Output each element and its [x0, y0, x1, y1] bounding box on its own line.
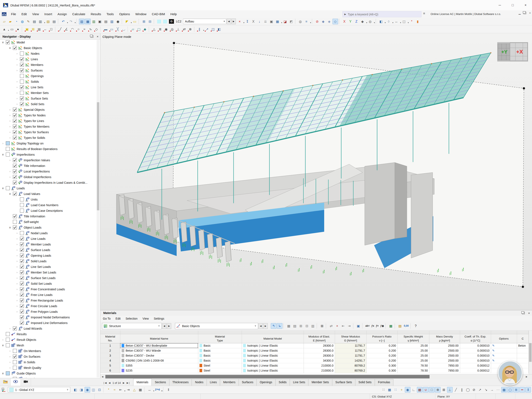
material-name-cell[interactable]: S355: [120, 363, 198, 368]
material-type-cell[interactable]: Steel: [198, 368, 242, 373]
select-window-icon[interactable]: ▭: [9, 26, 15, 32]
tree-expander-icon[interactable]: ›: [15, 271, 19, 274]
structural-model-3d-view[interactable]: [100, 33, 532, 310]
tree-item[interactable]: ∨Guide Objects: [0, 371, 95, 376]
tree-item-label[interactable]: Self-weight: [24, 220, 39, 224]
tree-item[interactable]: Load Case Descriptions: [0, 208, 95, 213]
tree-item[interactable]: ›Surfaces: [0, 68, 95, 73]
new-spline-icon[interactable]: ≈: [82, 26, 87, 32]
menu-help[interactable]: Help: [168, 10, 180, 18]
navigator-float-icon[interactable]: [91, 35, 93, 38]
table-tab-formulas[interactable]: Formulas: [375, 379, 393, 386]
new-member-hinge-icon[interactable]: ◉: [163, 26, 169, 32]
tree-expander-icon[interactable]: ∨: [8, 192, 12, 195]
material-type-cell[interactable]: Steel: [198, 363, 242, 368]
new-model-object-icon[interactable]: ⊞: [30, 26, 36, 32]
tree-item[interactable]: Imposed Nodal Deformations: [0, 314, 95, 320]
render-transparent-icon[interactable]: ◇: [332, 19, 338, 24]
tree-expander-icon[interactable]: ›: [8, 131, 12, 134]
tree-item-label[interactable]: Title Information: [24, 215, 45, 218]
jump-next-table-icon[interactable]: ↳: [277, 323, 282, 329]
magnet-snap-icon[interactable]: ∪: [423, 387, 429, 393]
tree-expander-icon[interactable]: ›: [15, 232, 19, 235]
tree-item[interactable]: Title Information: [0, 163, 95, 169]
tree-item[interactable]: ›Imperfection Values: [0, 157, 95, 163]
poisson-cell[interactable]: 0.300: [366, 368, 397, 373]
table-tab-openings[interactable]: Openings: [256, 379, 276, 386]
mass-density-cell[interactable]: 7850.00: [429, 363, 460, 368]
material-number-cell[interactable]: 6: [100, 368, 120, 373]
material-row[interactable]: 2Beton C30/37 - WU WändeBasicIsotropic |…: [100, 348, 528, 353]
import-values-icon[interactable]: ▤: [397, 323, 403, 329]
tree-item-label[interactable]: On Members: [24, 349, 41, 353]
material-number-cell[interactable]: 3: [100, 353, 120, 358]
material-row[interactable]: 5S355SteelIsotropic | Linear Elastic2100…: [100, 363, 528, 368]
scatter-snap-icon[interactable]: ⋯: [495, 387, 501, 393]
tree-expander-icon[interactable]: ›: [15, 52, 19, 55]
tree-item[interactable]: ›Free Polygon Loads: [0, 309, 95, 314]
tree-item[interactable]: ›Local Imperfections: [0, 169, 95, 174]
tree-item-label[interactable]: Free Line Loads: [31, 293, 53, 297]
tree-checkbox[interactable]: [20, 265, 24, 269]
new-block-icon[interactable]: ▣: [24, 26, 30, 32]
specific-weight-cell[interactable]: 25.00: [397, 358, 429, 363]
cube-x-face-label[interactable]: +X: [516, 49, 523, 55]
save-as-template-icon[interactable]: ✎: [25, 19, 31, 24]
tree-checkbox[interactable]: [13, 355, 17, 359]
tree-item[interactable]: ›Free Circular Loads: [0, 303, 95, 309]
tree-item-label[interactable]: Model: [17, 41, 25, 44]
thermal-expansion-cell[interactable]: 0.000012: [460, 363, 491, 368]
new-line-icon[interactable]: ╱: [57, 26, 63, 32]
tree-checkbox[interactable]: [20, 96, 24, 100]
tree-item[interactable]: ›Lines: [0, 56, 95, 62]
view-in-z-icon[interactable]: Z: [354, 19, 359, 24]
tree-item-label[interactable]: Mesh Quality: [24, 366, 41, 369]
table-tab-sections[interactable]: Sections: [152, 379, 169, 386]
material-number-cell[interactable]: 2: [100, 348, 120, 353]
new-visibility-icon[interactable]: ◧: [216, 26, 222, 32]
open-cloud-model-icon[interactable]: ◍: [19, 19, 25, 24]
tree-checkbox[interactable]: [13, 214, 17, 218]
tree-item-label[interactable]: Load Values: [24, 192, 40, 196]
poisson-cell[interactable]: 0.200: [366, 343, 397, 348]
material-model-cell[interactable]: Isotropic | Linear Elastic: [242, 343, 304, 348]
first-table-icon[interactable]: ❘◀: [103, 381, 107, 384]
extension-snap-icon[interactable]: ↗: [477, 387, 483, 393]
materials-menu-go-to[interactable]: Go To: [100, 317, 113, 320]
new-printout-report-icon[interactable]: ▧: [45, 19, 51, 24]
thermal-expansion-cell[interactable]: 0.000010: [460, 353, 491, 358]
new-nurbs-icon[interactable]: ∿: [88, 26, 93, 32]
coordinate-system-icon[interactable]: [1, 387, 7, 393]
snap-points-icon[interactable]: +: [399, 387, 404, 393]
navigator-tab-display[interactable]: [11, 378, 21, 386]
tree-expander-icon[interactable]: ›: [15, 102, 19, 106]
tree-checkbox[interactable]: [20, 310, 24, 314]
insert-row-above-icon[interactable]: ⊞: [141, 19, 147, 24]
tree-item[interactable]: ∨Imperfections: [0, 152, 95, 157]
midpoint-snap-icon[interactable]: □: [429, 387, 435, 393]
tree-checkbox[interactable]: [20, 276, 24, 280]
materials-menu-selection[interactable]: Selection: [123, 317, 140, 320]
selection-filter-icon[interactable]: ◤: [124, 19, 130, 24]
tree-expander-icon[interactable]: ∨: [1, 372, 5, 375]
tree-expander-icon[interactable]: ›: [15, 254, 19, 257]
tree-checkbox[interactable]: [20, 197, 24, 201]
mass-density-cell[interactable]: 7850.00: [429, 368, 460, 373]
tree-checkbox[interactable]: [13, 119, 17, 123]
model-viewport[interactable]: Clipping Plane mode +Y +X: [100, 33, 532, 310]
decimal-places-icon[interactable]: 0,00: [403, 323, 409, 329]
tree-expander-icon[interactable]: ›: [15, 237, 19, 240]
stress-points-icon[interactable]: *: [409, 19, 415, 24]
shear-modulus-cell[interactable]: 11791.7: [335, 348, 366, 353]
materials-menu-view[interactable]: View: [140, 317, 151, 320]
tree-item-label[interactable]: In Solids: [24, 361, 35, 364]
tree-item-label[interactable]: Free Rectangular Loads: [31, 299, 63, 302]
tree-item[interactable]: ›Members: [0, 62, 95, 68]
tree-item-label[interactable]: Result Objects: [17, 338, 36, 342]
calculation-parameters-icon[interactable]: ≡: [304, 19, 309, 24]
surface-release-icon[interactable]: ▮: [415, 19, 421, 24]
tree-item-label[interactable]: Solid Sets: [31, 102, 44, 106]
mdi-minimize-icon[interactable]: ▁: [519, 12, 520, 14]
table-tab-line-sets[interactable]: Line Sets: [290, 379, 308, 386]
pin-icon[interactable]: ‖: [525, 387, 531, 393]
